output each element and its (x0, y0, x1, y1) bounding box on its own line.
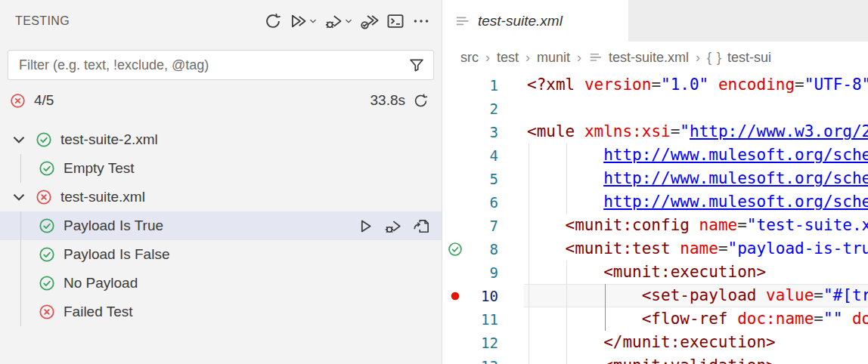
test-passed-gutter-icon[interactable] (447, 241, 463, 258)
indent-guide (566, 261, 567, 364)
filter-row (8, 50, 434, 80)
breadcrumb-label: test-suite.xml (609, 50, 689, 66)
test-label: Empty Test (64, 160, 135, 177)
test-label: No Payload (64, 275, 138, 292)
test-passed-icon (38, 159, 56, 177)
tab-test-suite-xml[interactable]: test-suite.xml (442, 0, 628, 42)
refresh-tests-button[interactable] (262, 10, 284, 32)
line-text[interactable]: http://www.mulesoft.org/sche (524, 143, 868, 167)
code-line-8[interactable]: 8 <munit:test name="payload-is-tru (442, 237, 868, 261)
gutter[interactable] (442, 241, 468, 258)
test-item-no-payload[interactable]: No Payload (0, 269, 442, 298)
more-actions-button[interactable] (410, 10, 432, 32)
test-passed-icon (35, 131, 53, 149)
test-duration-group: 33.8s (370, 92, 429, 110)
breadcrumb-separator: › (696, 50, 700, 66)
test-passed-icon (38, 217, 56, 235)
breadcrumb-item-munit[interactable]: munit (537, 50, 570, 66)
code-line-11[interactable]: 11 <flow-ref doc:name="" do (442, 307, 868, 331)
test-item-empty-test[interactable]: Empty Test (0, 154, 442, 183)
line-text[interactable]: <munit:execution> (524, 261, 868, 284)
tree-indent-guide (20, 154, 21, 183)
debug-test-button[interactable] (384, 217, 403, 236)
test-item-test-suite-2-xml[interactable]: test-suite-2.xml (0, 125, 442, 154)
test-label: test-suite-2.xml (60, 131, 158, 148)
run-all-tests-button[interactable] (287, 10, 320, 32)
breadcrumb-label: src (460, 50, 479, 66)
line-text[interactable]: <munit:config name="test-suite.x (524, 214, 868, 237)
code-line-3[interactable]: 3<mule xmlns:xsi="http://www.w3.org/2 (442, 120, 868, 143)
code-line-9[interactable]: 9 <munit:execution> (442, 261, 868, 284)
refresh-icon (263, 11, 283, 31)
ellipsis-icon (411, 11, 431, 31)
code-line-13[interactable]: 13 <munit:validation> (442, 354, 868, 364)
code-line-12[interactable]: 12 </munit:execution> (442, 331, 868, 354)
test-tree: test-suite-2.xmlEmpty Testtest-suite.xml… (0, 125, 442, 326)
test-label: test-suite.xml (60, 189, 145, 205)
twistie-icon[interactable] (9, 130, 29, 150)
line-number: 2 (468, 100, 498, 117)
breadcrumb-item-test-sui[interactable]: { }test-sui (707, 50, 771, 66)
code-editor[interactable]: 1<?xml version="1.0" encoding="UTF-8"23<… (442, 73, 868, 364)
breadcrumb-item-test-suite-xml[interactable]: test-suite.xml (588, 50, 689, 66)
code-line-7[interactable]: 7 <munit:config name="test-suite.x (442, 214, 868, 237)
line-text[interactable]: </munit:execution> (524, 331, 868, 354)
code-line-2[interactable]: 2 (442, 97, 868, 120)
run-tests-with-coverage-button[interactable] (358, 10, 381, 32)
tab-strip: test-suite.xml (442, 0, 868, 42)
line-text[interactable] (524, 97, 868, 120)
test-passed-icon (38, 274, 56, 292)
test-label: Payload Is True (64, 217, 163, 234)
code-line-5[interactable]: 5 http://www.mulesoft.org/sche (442, 167, 868, 190)
test-item-failed-test[interactable]: Failed Test (0, 298, 442, 326)
test-item-payload-is-true[interactable]: Payload Is True (0, 211, 442, 240)
code-line-6[interactable]: 6 http://www.mulesoft.org/sche (442, 190, 868, 214)
breadcrumb-item-test[interactable]: test (497, 50, 519, 66)
breadcrumb-item-src[interactable]: src (460, 50, 479, 66)
vscode-window: TESTING 4/5 33.8s test-suite-2.xmlEmpty … (0, 0, 868, 364)
code-line-10[interactable]: 10 <set-payload value="#[tr (442, 284, 868, 307)
line-number: 3 (468, 124, 498, 140)
terminal-icon (386, 11, 405, 31)
test-failed-icon (35, 188, 53, 206)
test-results-summary: 4/5 (9, 92, 54, 110)
gutter[interactable] (442, 290, 468, 302)
breadcrumb-separator: › (577, 50, 581, 66)
coverage-icon (360, 11, 380, 31)
line-text[interactable]: http://www.mulesoft.org/sche (524, 167, 868, 190)
filter-icon[interactable] (408, 56, 426, 74)
test-filter-box (8, 50, 434, 80)
test-item-payload-is-false[interactable]: Payload Is False (0, 240, 442, 269)
line-text[interactable]: <mule xmlns:xsi="http://www.w3.org/2 (524, 120, 868, 143)
indent-guide (529, 143, 529, 364)
xml-file-icon (454, 13, 471, 29)
run-test-button[interactable] (356, 217, 375, 236)
line-number: 7 (468, 217, 498, 234)
twistie-icon[interactable] (9, 187, 29, 207)
test-result-count: 4/5 (34, 92, 54, 109)
filter-input[interactable] (19, 57, 408, 73)
line-number: 8 (468, 241, 498, 258)
go-to-test-button[interactable] (412, 217, 431, 236)
panel-title: TESTING (15, 14, 70, 28)
breadcrumb: src›test›munit›test-suite.xml›{ }test-su… (442, 42, 868, 73)
breakpoint-icon[interactable] (449, 290, 461, 302)
line-text[interactable]: <munit:test name="payload-is-tru (524, 237, 868, 261)
breadcrumb-label: test-sui (727, 50, 771, 66)
line-number: 1 (468, 77, 498, 94)
run-all-icon (289, 11, 308, 31)
code-line-4[interactable]: 4 http://www.mulesoft.org/sche (442, 143, 868, 167)
code-line-1[interactable]: 1<?xml version="1.0" encoding="UTF-8" (442, 73, 868, 97)
test-item-test-suite-xml[interactable]: test-suite.xml (0, 183, 442, 211)
show-output-button[interactable] (384, 10, 407, 32)
line-text[interactable]: <munit:validation> (524, 354, 868, 364)
line-text[interactable]: <set-payload value="#[tr (524, 284, 868, 307)
rerun-tests-icon[interactable] (412, 92, 429, 110)
line-text[interactable]: http://www.mulesoft.org/sche (524, 190, 868, 214)
line-text[interactable]: <?xml version="1.0" encoding="UTF-8" (524, 73, 868, 97)
active-indent-guide (605, 284, 606, 331)
breadcrumb-label: test (497, 50, 519, 66)
line-number: 4 (468, 147, 498, 164)
debug-all-tests-button[interactable] (323, 10, 355, 32)
line-text[interactable]: <flow-ref doc:name="" do (524, 307, 868, 331)
